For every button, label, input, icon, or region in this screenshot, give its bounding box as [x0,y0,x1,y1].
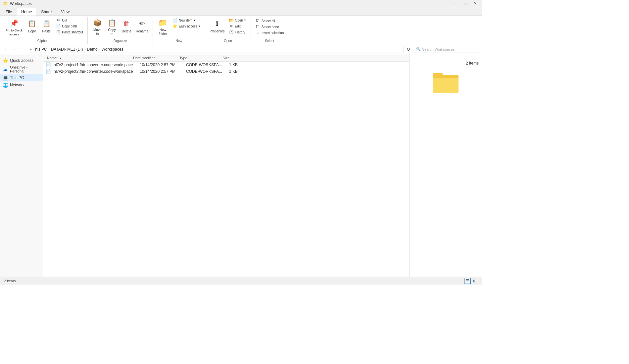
quick-access-icon: ⭐ [3,58,8,63]
select-none-button[interactable]: ☐ Select none [254,24,285,30]
up-button[interactable]: ↑ [19,46,26,53]
copy-to-label: Copyto [108,28,116,36]
tab-file[interactable]: File [1,8,16,16]
open-arrow: ▼ [244,19,246,22]
status-bar: 2 items ☰ ⊞ [0,277,482,285]
sidebar-item-onedrive[interactable]: ☁ OneDrive - Personal [0,64,43,74]
copy-label: Copy [28,29,36,33]
new-item-button[interactable]: 📄 New item ▼ [171,17,202,23]
type-header-label: Type [179,56,187,60]
pc-crumb: ▸ [30,47,32,51]
cut-icon: ✂ [56,18,61,23]
properties-icon: ℹ [212,18,222,29]
select-all-button[interactable]: ☑ Select all [254,18,285,24]
copy-to-button[interactable]: 📋 Copyto [105,17,119,37]
back-button[interactable]: ‹ [2,46,9,53]
rename-button[interactable]: ✏ Rename [134,17,150,37]
tab-home[interactable]: Home [17,8,36,16]
minimize-button[interactable]: ─ [451,1,460,7]
paste-button[interactable]: 📋 Paste [39,17,53,37]
file-name-2: hl7v2-project2.fhir-converter.code-works… [52,69,138,74]
cut-button[interactable]: ✂ Cut [54,17,85,23]
sidebar-item-quickaccess[interactable]: ⭐ Quick access [0,57,43,64]
delete-label: Delete [122,29,131,33]
sidebar-item-thispc[interactable]: 💻 This PC [0,74,43,81]
network-icon: 🌐 [3,82,8,88]
invert-label: Invert selection [262,31,284,35]
main-area: ⭐ Quick access ☁ OneDrive - Personal 💻 T… [0,54,482,277]
onedrive-icon: ☁ [3,67,8,72]
file-date-1: 10/14/2020 2:57 PM [138,63,185,67]
copy-to-icon: 📋 [107,18,117,27]
close-button[interactable]: ✕ [471,1,479,7]
open-small-group: 📂 Open ▼ ✏ Edit 🕐 History [227,17,248,40]
new-folder-label: Newfolder [159,28,167,36]
new-folder-icon: 📁 [158,18,168,27]
open-button[interactable]: 📂 Open ▼ [227,17,248,23]
file-type-2: CODE-WORKSPA... [185,69,228,74]
file-area: Name ▲ Date modified Type Size 📄 hl7v2-p… [43,54,409,277]
delete-button[interactable]: 🗑 Delete [120,17,133,37]
search-box[interactable]: 🔍 Search Workspaces [414,46,480,53]
pin-to-quick-access-button[interactable]: 📌 Pin to Quickaccess [4,17,24,37]
select-buttons: ☑ Select all ☐ Select none ↕ Invert sele… [254,17,285,41]
table-row[interactable]: 📄 hl7v2-project1.fhir-converter.code-wor… [43,62,409,68]
open-icon: 📂 [229,18,234,23]
copy-large-button[interactable]: 📋 Copy [25,17,39,37]
select-all-label: Select all [262,19,275,23]
grid-view-button[interactable]: ⊞ [471,278,478,284]
ribbon-group-open: ℹ Properties 📂 Open ▼ ✏ Edit 🕐 History [205,17,251,44]
cut-label: Cut [62,19,67,22]
preview-count: 2 items [466,61,479,66]
tab-share[interactable]: Share [37,8,56,16]
this-pc-icon: 💻 [3,75,8,80]
new-label: New [153,39,205,43]
header-date[interactable]: Date modified [132,56,178,60]
date-header-label: Date modified [133,56,156,60]
sidebar-item-network[interactable]: 🌐 Network [0,81,43,89]
edit-button[interactable]: ✏ Edit [227,23,248,29]
copy-path-button[interactable]: 📄 Copy path [54,23,85,29]
header-name[interactable]: Name ▲ [46,56,132,60]
title-bar: 📁 Workspaces ─ □ ✕ [0,0,482,7]
delete-icon: 🗑 [121,18,132,29]
easy-access-button[interactable]: ⭐ Easy access ▼ [171,23,202,29]
table-row[interactable]: 📄 hl7v2-project2.fhir-converter.code-wor… [43,68,409,75]
history-button[interactable]: 🕐 History [227,29,248,35]
refresh-button[interactable]: ⟳ [405,46,412,53]
view-buttons: ☰ ⊞ [464,278,478,284]
paste-shortcut-button[interactable]: 📋 Paste shortcut [54,29,85,35]
paste-icon: 📋 [41,18,52,29]
move-to-label: Moveto [93,28,101,36]
crumb-datadrive: DATADRIVE1 (D:) [51,47,83,52]
edit-label: Edit [235,24,241,28]
forward-button[interactable]: › [11,46,18,53]
easy-access-icon: ⭐ [172,23,178,29]
sidebar: ⭐ Quick access ☁ OneDrive - Personal 💻 T… [0,54,43,277]
file-size-1: 1 KB [228,63,248,67]
properties-button[interactable]: ℹ Properties [208,17,226,37]
ribbon-group-new: 📁 Newfolder 📄 New item ▼ ⭐ Easy access ▼… [153,17,205,44]
onedrive-label: OneDrive - Personal [10,65,40,73]
new-folder-button[interactable]: 📁 Newfolder [156,17,170,37]
header-type[interactable]: Type [178,56,221,60]
address-path[interactable]: ▸ This PC › DATADRIVE1 (D:) › Demo › Wor… [28,46,404,53]
organize-label: Organize [88,39,153,43]
maximize-button[interactable]: □ [461,1,469,7]
preview-folder-icon [433,71,459,94]
file-date-2: 10/14/2020 2:57 PM [138,69,185,74]
move-to-button[interactable]: 📦 Moveto [90,17,104,37]
file-icon-2: 📄 [46,69,51,74]
list-view-button[interactable]: ☰ [464,278,471,284]
invert-selection-button[interactable]: ↕ Invert selection [254,30,285,36]
clipboard-small-group: ✂ Cut 📄 Copy path 📋 Paste shortcut [54,17,85,40]
quick-access-label: Quick access [10,58,33,63]
pin-icon: 📌 [9,18,20,28]
tab-view[interactable]: View [57,8,74,16]
ribbon: 📌 Pin to Quickaccess 📋 Copy 📋 Paste ✂ Cu… [0,16,482,44]
pin-label: Pin to Quickaccess [6,28,23,36]
properties-label: Properties [210,29,225,33]
rename-icon: ✏ [137,18,147,29]
search-placeholder: Search Workspaces [422,47,455,51]
header-size[interactable]: Size [221,56,241,60]
